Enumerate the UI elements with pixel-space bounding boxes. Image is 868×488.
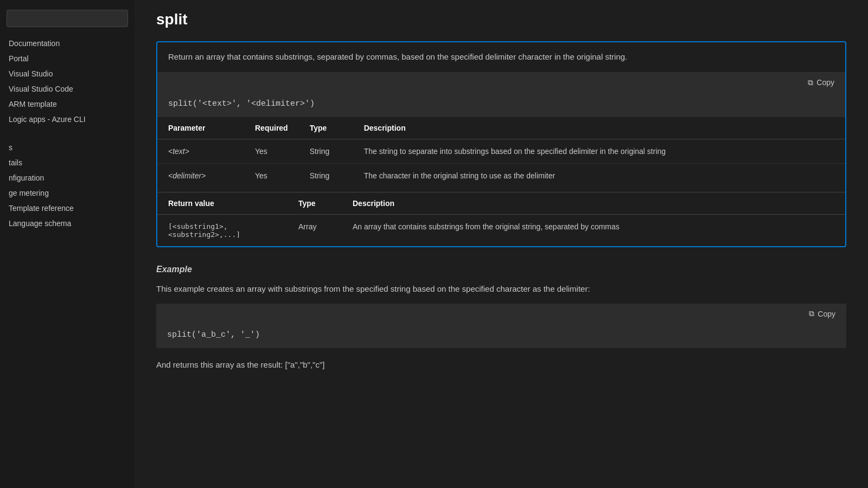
return-header-type: Type [288,192,342,215]
parameters-table: Parameter Required Type Description <tex… [157,117,845,188]
example-code-block: ⧉ Copy split('a_b_c', '_') [156,304,846,348]
main-content: split Return an array that contains subs… [135,0,868,488]
example-result-text: And returns this array as the result: ["… [156,359,846,371]
sidebar-item-portal[interactable]: Portal [0,51,135,66]
sidebar-item-configuration[interactable]: nfiguration [0,170,135,185]
page-title: split [156,11,846,28]
table-row: <text> Yes String The string to separate… [157,139,845,163]
sidebar-item-documentation[interactable]: Documentation [0,36,135,51]
return-header-value: Return value [157,192,288,215]
return-value-table: Return value Type Description [<substrin… [157,192,845,246]
function-reference-box: Return an array that contains substrings… [156,41,846,247]
sidebar-item-logic-apps-azure-cli[interactable]: Logic apps - Azure CLI [0,112,135,127]
param-header-type: Type [299,117,353,139]
sidebar-bottom-nav: s tails nfiguration ge metering Template… [0,140,135,231]
sidebar-item-arm-template[interactable]: ARM template [0,97,135,112]
sidebar-item-metering[interactable]: ge metering [0,185,135,201]
copy-example-button[interactable]: ⧉ Copy [805,307,840,320]
param-header-parameter: Parameter [157,117,244,139]
return-table-header-row: Return value Type Description [157,192,845,215]
param-name-text: <text> [157,139,244,163]
syntax-code-block: ⧉ Copy split('<text>', '<delimiter>') [157,73,845,117]
param-required-text: Yes [244,163,299,188]
param-header-required: Required [244,117,299,139]
parameters-table-header-row: Parameter Required Type Description [157,117,845,139]
example-description: This example creates an array with subst… [156,283,846,296]
param-header-description: Description [353,117,845,139]
return-type-text: Array [288,214,342,246]
return-value-text: [<substring1>,<substring2>,...] [157,214,288,246]
sidebar-item-visual-studio-code[interactable]: Visual Studio Code [0,81,135,97]
copy-icon: ⧉ [809,309,814,318]
param-desc-text: The string to separate into substrings b… [353,139,845,163]
sidebar-item-template-reference[interactable]: Template reference [0,201,135,216]
code-block-header: ⧉ Copy [157,73,845,93]
example-code-header: ⧉ Copy [156,304,846,324]
param-type-text: String [299,163,353,188]
table-row: <delimiter> Yes String The character in … [157,163,845,188]
copy-syntax-label: Copy [816,78,834,87]
return-value-section: Return value Type Description [<substrin… [157,192,845,246]
param-type-text: String [299,139,353,163]
function-description: Return an array that contains substrings… [157,42,845,73]
example-code-content: split('a_b_c', '_') [156,324,846,348]
copy-icon: ⧉ [808,78,813,87]
sidebar-item-s[interactable]: s [0,140,135,155]
return-desc-text: An array that contains substrings from t… [342,214,845,246]
sidebar-item-visual-studio[interactable]: Visual Studio [0,66,135,81]
copy-syntax-button[interactable]: ⧉ Copy [803,76,839,89]
sidebar-item-language-schema[interactable]: Language schema [0,216,135,231]
sidebar-top-nav: Documentation Portal Visual Studio Visua… [0,36,135,127]
table-row: [<substring1>,<substring2>,...] Array An… [157,214,845,246]
sidebar: Documentation Portal Visual Studio Visua… [0,0,135,488]
return-header-description: Description [342,192,845,215]
param-name-text: <delimiter> [157,163,244,188]
param-required-text: Yes [244,139,299,163]
example-section: Example This example creates an array wi… [156,265,846,371]
sidebar-item-tails[interactable]: tails [0,155,135,170]
example-title: Example [156,265,846,274]
sidebar-search-box[interactable] [7,10,128,27]
syntax-code-content: split('<text>', '<delimiter>') [157,93,845,117]
copy-example-label: Copy [818,310,835,318]
param-desc-text: The character in the original string to … [353,163,845,188]
